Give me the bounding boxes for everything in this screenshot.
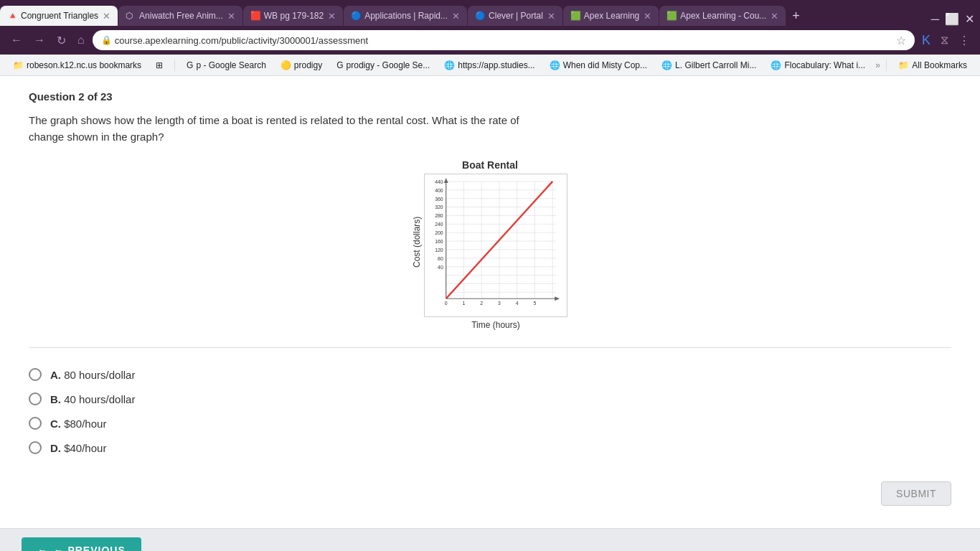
bookmark-prodigy[interactable]: 🟡 prodigy xyxy=(275,59,328,72)
google-icon-2: G xyxy=(336,60,343,70)
bookmark-robeson[interactable]: 📁 robeson.k12.nc.us bookmarks xyxy=(7,59,147,72)
tab-applications[interactable]: 🔵 Applications | Rapid... ✕ xyxy=(344,6,467,26)
back-button[interactable]: ← xyxy=(7,32,26,48)
tab-label-7: Apex Learning - Cou... xyxy=(680,11,766,21)
tab-close-1[interactable]: ✕ xyxy=(98,11,110,22)
svg-text:2: 2 xyxy=(480,301,483,306)
bookmarks-bar: 📁 robeson.k12.nc.us bookmarks ⊞ G p - Go… xyxy=(0,55,980,76)
svg-text:320: 320 xyxy=(435,205,443,210)
tab-label-4: Applications | Rapid... xyxy=(364,11,448,21)
chart-inner: Cost (dollars) xyxy=(413,174,567,330)
profile-icon[interactable]: K xyxy=(919,33,933,48)
tab-favicon-6: 🟩 xyxy=(570,11,580,21)
menu-icon[interactable]: ⋮ xyxy=(956,34,973,47)
tab-close-4[interactable]: ✕ xyxy=(448,11,460,22)
tab-congruent-triangles[interactable]: 🔺 Congruent Triangles ✕ xyxy=(0,6,118,26)
option-a[interactable]: A. 80 hours/dollar xyxy=(29,368,951,381)
tab-clever[interactable]: 🔵 Clever | Portal ✕ xyxy=(468,6,562,26)
submit-area: SUBMIT xyxy=(29,481,951,506)
tab-close-7[interactable]: ✕ xyxy=(766,11,778,22)
studies-icon: 🌐 xyxy=(444,60,455,70)
tab-apex1[interactable]: 🟩 Apex Learning ✕ xyxy=(563,6,659,26)
svg-text:5: 5 xyxy=(534,301,537,306)
tab-label-1: Congruent Triangles xyxy=(21,11,98,21)
tab-wb[interactable]: 🟥 WB pg 179-182 ✕ xyxy=(243,6,343,26)
minimize-button[interactable]: ─ xyxy=(931,13,939,26)
misty-icon: 🌐 xyxy=(550,60,560,70)
reload-button[interactable]: ↻ xyxy=(53,32,70,49)
tab-favicon-4: 🔵 xyxy=(351,11,361,21)
address-input[interactable] xyxy=(115,35,896,46)
tab-close-2[interactable]: ✕ xyxy=(223,11,235,22)
svg-text:120: 120 xyxy=(435,248,443,253)
answer-options: A. 80 hours/dollar B. 40 hours/dollar C.… xyxy=(29,362,951,460)
chart-svg: 440 400 360 320 280 240 200 160 120 80 4… xyxy=(424,174,567,317)
radio-b[interactable] xyxy=(29,392,42,405)
bookmark-star-icon[interactable]: ☆ xyxy=(896,34,906,47)
svg-text:400: 400 xyxy=(435,188,443,193)
question-number: Question 2 of 23 xyxy=(29,90,951,103)
option-c[interactable]: C. $80/hour xyxy=(29,417,951,430)
tab-close-3[interactable]: ✕ xyxy=(324,11,336,22)
svg-marker-22 xyxy=(444,178,448,183)
svg-text:440: 440 xyxy=(435,179,443,184)
svg-text:160: 160 xyxy=(435,239,443,244)
svg-text:200: 200 xyxy=(435,230,443,235)
prodigy-icon: 🟡 xyxy=(281,60,291,70)
tab-apex2[interactable]: 🟩 Apex Learning - Cou... ✕ xyxy=(659,6,786,26)
bookmark-misty[interactable]: 🌐 When did Misty Cop... xyxy=(544,59,653,72)
x-axis-label: Time (hours) xyxy=(424,320,567,330)
new-tab-button[interactable]: + xyxy=(786,6,806,26)
option-d-label: D. $40/hour xyxy=(50,442,106,454)
bottom-bar: ← ← PREVIOUS xyxy=(0,528,980,551)
divider xyxy=(29,347,951,348)
previous-button[interactable]: ← ← PREVIOUS xyxy=(22,537,141,551)
bookmark-google-search[interactable]: G p - Google Search xyxy=(181,59,272,72)
previous-button-label: ← PREVIOUS xyxy=(54,545,126,551)
all-bookmarks[interactable]: 📁 All Bookmarks xyxy=(892,59,973,72)
option-c-label: C. $80/hour xyxy=(50,418,106,430)
option-b[interactable]: B. 40 hours/dollar xyxy=(29,392,951,405)
bookmark-grid[interactable]: ⊞ xyxy=(150,59,169,72)
tab-close-5[interactable]: ✕ xyxy=(543,11,555,22)
bookmark-folder-icon-2: 📁 xyxy=(898,60,909,70)
home-button[interactable]: ⌂ xyxy=(74,32,88,48)
lock-icon: 🔒 xyxy=(101,35,112,45)
radio-d[interactable] xyxy=(29,441,42,454)
bookmark-flocabulary[interactable]: 🌐 Flocabulary: What i... xyxy=(765,59,871,72)
radio-a[interactable] xyxy=(29,368,42,381)
option-a-label: A. 80 hours/dollar xyxy=(50,369,135,381)
bookmark-gilbert[interactable]: 🌐 L. Gilbert Carroll Mi... xyxy=(656,59,762,72)
tab-favicon-3: 🟥 xyxy=(250,11,260,21)
chart-title: Boat Rental xyxy=(462,159,518,171)
bookmark-folder-icon: 📁 xyxy=(13,60,24,70)
svg-text:0: 0 xyxy=(445,301,448,306)
bookmark-studies[interactable]: 🌐 https://app.studies... xyxy=(438,59,540,72)
svg-marker-23 xyxy=(555,296,560,301)
tab-label-6: Apex Learning xyxy=(584,11,639,21)
submit-button[interactable]: SUBMIT xyxy=(881,481,951,506)
tab-close-6[interactable]: ✕ xyxy=(639,11,651,22)
svg-text:80: 80 xyxy=(438,256,443,261)
option-d[interactable]: D. $40/hour xyxy=(29,441,951,454)
bookmark-separator-1 xyxy=(174,60,175,71)
tab-favicon-1: 🔺 xyxy=(7,11,17,21)
svg-text:280: 280 xyxy=(435,213,443,218)
maximize-button[interactable]: ⬜ xyxy=(945,12,959,26)
extensions-icon[interactable]: ⧖ xyxy=(938,34,951,47)
radio-c[interactable] xyxy=(29,417,42,430)
svg-text:40: 40 xyxy=(438,265,443,270)
forward-button[interactable]: → xyxy=(30,32,49,48)
bookmark-prodigy-google[interactable]: G prodigy - Google Se... xyxy=(331,59,435,72)
gilbert-icon: 🌐 xyxy=(661,60,672,70)
svg-text:4: 4 xyxy=(516,301,519,306)
tab-favicon-5: 🔵 xyxy=(475,11,485,21)
tab-bar: 🔺 Congruent Triangles ✕ ⬡ Aniwatch Free … xyxy=(0,0,980,26)
tab-aniwatch[interactable]: ⬡ Aniwatch Free Anim... ✕ xyxy=(118,6,242,26)
flocabulary-icon: 🌐 xyxy=(771,60,781,70)
close-button[interactable]: ✕ xyxy=(965,12,974,26)
more-bookmarks-icon[interactable]: » xyxy=(875,60,880,70)
question-text: The graph shows how the length of time a… xyxy=(29,113,531,145)
tab-favicon-2: ⬡ xyxy=(126,11,136,21)
svg-text:360: 360 xyxy=(435,197,443,202)
